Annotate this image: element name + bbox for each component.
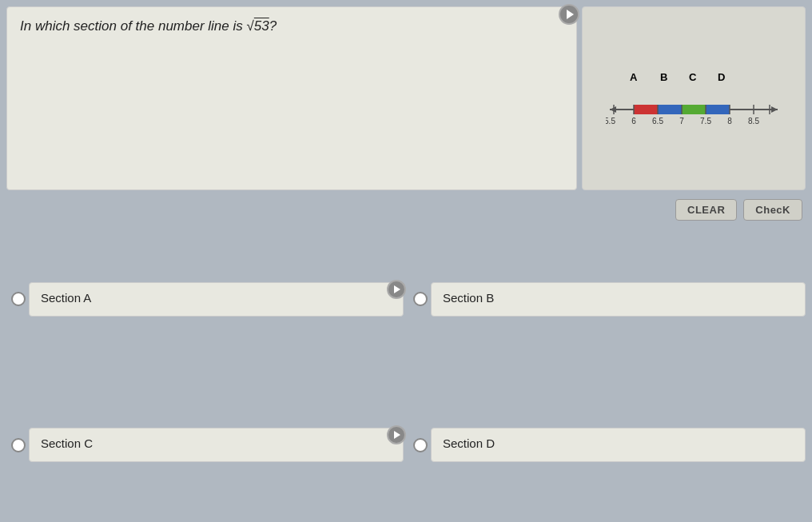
option-a-label: Section A bbox=[41, 291, 392, 305]
svg-text:8: 8 bbox=[727, 117, 732, 126]
svg-text:8.5: 8.5 bbox=[748, 117, 759, 126]
clear-button[interactable]: CLEAR bbox=[675, 199, 737, 221]
section-labels: A B C D bbox=[606, 71, 782, 87]
option-b-wrapper: Section B bbox=[431, 229, 806, 370]
svg-rect-3 bbox=[634, 105, 658, 114]
number-line-panel: A B C D bbox=[582, 6, 806, 190]
play-icon-a bbox=[394, 285, 400, 293]
svg-text:7: 7 bbox=[679, 117, 684, 126]
svg-text:5.5: 5.5 bbox=[606, 117, 615, 126]
options-grid: Section A Section B Section C bbox=[6, 229, 806, 516]
label-d: D bbox=[718, 71, 725, 83]
svg-rect-5 bbox=[682, 105, 706, 114]
option-a-wrapper: Section A bbox=[29, 229, 404, 370]
main-container: In which section of the number line is √… bbox=[0, 0, 812, 522]
option-c-label: Section C bbox=[41, 436, 392, 450]
label-c: C bbox=[689, 71, 696, 83]
svg-rect-4 bbox=[658, 105, 682, 114]
option-c-wrapper: Section C bbox=[29, 375, 404, 516]
question-panel: In which section of the number line is √… bbox=[6, 6, 577, 190]
question-text: In which section of the number line is √… bbox=[20, 18, 277, 34]
option-a-cell: Section A bbox=[29, 282, 404, 317]
label-b: B bbox=[660, 71, 667, 83]
play-icon-c bbox=[394, 431, 400, 439]
buttons-row: CLEAR ChecK bbox=[6, 195, 806, 224]
svg-marker-1 bbox=[610, 106, 616, 113]
option-d-wrapper: Section D bbox=[431, 375, 806, 516]
option-b-label: Section B bbox=[443, 291, 794, 305]
option-b-cell: Section B bbox=[431, 282, 806, 317]
radio-b[interactable] bbox=[413, 292, 428, 306]
radio-c[interactable] bbox=[11, 438, 26, 452]
radio-d[interactable] bbox=[413, 438, 428, 452]
top-row: In which section of the number line is √… bbox=[6, 6, 806, 190]
option-d-cell: Section D bbox=[431, 428, 806, 462]
label-a: A bbox=[630, 71, 637, 83]
option-a-audio-button[interactable] bbox=[387, 280, 406, 299]
option-d-label: Section D bbox=[443, 436, 794, 450]
question-audio-button[interactable] bbox=[559, 4, 579, 25]
svg-marker-2 bbox=[771, 106, 778, 113]
check-button[interactable]: ChecK bbox=[743, 199, 802, 221]
option-c-audio-button[interactable] bbox=[387, 425, 406, 444]
svg-text:7.5: 7.5 bbox=[700, 117, 711, 126]
svg-text:6.5: 6.5 bbox=[652, 117, 663, 126]
radio-a[interactable] bbox=[11, 292, 26, 306]
svg-text:6: 6 bbox=[631, 117, 636, 126]
play-icon bbox=[567, 10, 574, 19]
option-c-cell: Section C bbox=[29, 428, 404, 462]
number-line-svg: 5.5 6 6.5 7 7.5 8 8.5 bbox=[606, 94, 782, 126]
svg-rect-6 bbox=[706, 105, 730, 114]
